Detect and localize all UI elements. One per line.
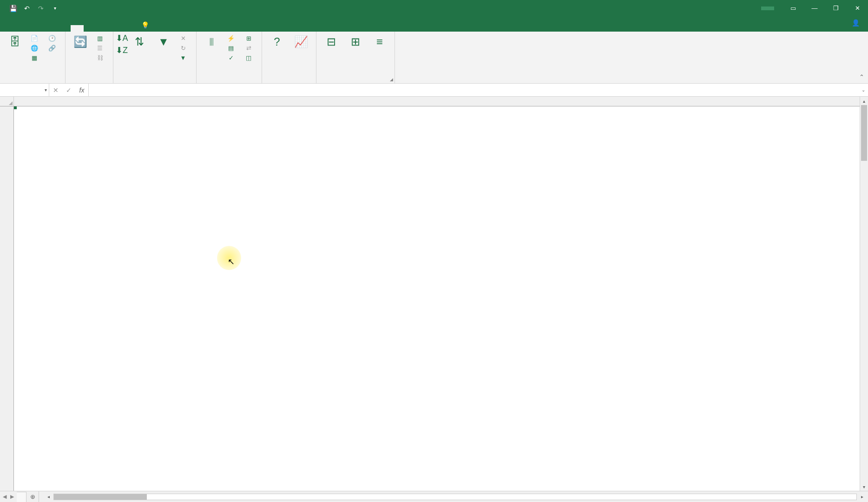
active-cell-marker: [14, 106, 16, 108]
undo-icon[interactable]: ↶: [23, 5, 31, 12]
tab-file[interactable]: [6, 25, 19, 32]
title-bar: 💾 ↶ ↷ ▾ ▭ — ❐ ✕: [0, 0, 868, 16]
ribbon-data: 🗄 📄 🌐 ▦ 🕑 🔗 🔄 ▥ ☰ ⛓: [0, 32, 868, 84]
name-box[interactable]: ▾: [0, 84, 49, 96]
text-to-columns-button[interactable]: ⫴: [200, 33, 223, 51]
clear-icon: ✕: [179, 34, 187, 42]
hscroll-right-icon[interactable]: ▸: [858, 494, 866, 499]
enter-formula-icon[interactable]: ✓: [62, 84, 75, 97]
filter-icon: ▼: [156, 34, 171, 49]
rel-icon: ⇄: [245, 44, 252, 52]
select-all-button[interactable]: [0, 97, 14, 106]
from-csv-button[interactable]: 📄: [28, 33, 44, 43]
close-button[interactable]: ✕: [847, 0, 868, 16]
remove-dup-button[interactable]: ▤: [224, 43, 240, 53]
formula-bar: ▾ ✕ ✓ fx ⌄: [0, 84, 868, 97]
ungroup-icon: ⊞: [348, 34, 363, 49]
sort-desc-button[interactable]: ⬇Z: [117, 46, 126, 55]
window-controls: ▭ — ❐ ✕: [761, 0, 868, 16]
valid-icon: ✓: [227, 54, 235, 61]
existing-conn-button[interactable]: 🔗: [46, 43, 61, 53]
flash-fill-button[interactable]: ⚡: [224, 33, 240, 43]
sheet-next-icon[interactable]: ▶: [10, 494, 14, 500]
whatif-icon: ?: [270, 34, 284, 49]
edit-links-button: ⛓: [93, 53, 109, 62]
ribbon-display-icon[interactable]: ▭: [783, 0, 804, 16]
column-headers: [14, 97, 860, 106]
outline-dialog-launcher[interactable]: ◢: [390, 77, 393, 82]
sort-button[interactable]: ⇅: [128, 33, 151, 51]
tab-insert[interactable]: [32, 25, 45, 32]
scroll-thumb[interactable]: [861, 105, 867, 161]
refresh-all-button[interactable]: 🔄: [69, 33, 92, 51]
flash-icon: ⚡: [227, 34, 235, 42]
redo-icon[interactable]: ↷: [37, 5, 45, 12]
queries-icon: ▥: [96, 34, 104, 42]
scroll-up-icon[interactable]: ▴: [860, 97, 868, 105]
tab-dev[interactable]: [110, 25, 123, 32]
conn-icon: 🔗: [48, 44, 56, 52]
advanced-icon: ▼: [179, 54, 187, 61]
group-label-tools: [200, 80, 258, 83]
columns-icon: ⫴: [204, 34, 219, 49]
queries-button[interactable]: ▥: [93, 33, 109, 43]
collapse-ribbon-icon[interactable]: ⌃: [859, 73, 864, 80]
hscroll-track[interactable]: [53, 494, 857, 500]
subtotal-button[interactable]: ≡: [368, 33, 391, 51]
tab-data[interactable]: [71, 25, 84, 32]
expand-formula-bar-icon[interactable]: ⌄: [859, 87, 868, 92]
cancel-formula-icon[interactable]: ✕: [49, 84, 62, 97]
hscroll-thumb[interactable]: [54, 494, 147, 500]
model-icon: ◫: [245, 54, 252, 61]
tab-formulas[interactable]: [58, 25, 71, 32]
tab-help[interactable]: [123, 25, 136, 32]
group-queries: 🔄 ▥ ☰ ⛓: [66, 32, 113, 83]
share-button[interactable]: 👤: [852, 19, 861, 26]
name-box-dropdown-icon[interactable]: ▾: [45, 87, 47, 92]
cells-area[interactable]: ↖: [14, 106, 860, 491]
whatif-button[interactable]: ?: [266, 33, 288, 51]
tab-review[interactable]: [84, 25, 97, 32]
sheet-nav: ◀ ▶: [0, 491, 17, 502]
data-model-button[interactable]: ◫: [242, 53, 258, 62]
csv-icon: 📄: [31, 34, 38, 42]
ribbon-tabs: 💡 👤: [0, 16, 868, 32]
tab-view[interactable]: [97, 25, 110, 32]
minimize-button[interactable]: —: [804, 0, 825, 16]
qat-dropdown-icon[interactable]: ▾: [51, 5, 59, 12]
ungroup-button[interactable]: ⊞: [344, 33, 367, 51]
advanced-button[interactable]: ▼: [177, 53, 192, 62]
group-label-query: [69, 80, 109, 83]
mouse-cursor-icon: ↖: [228, 257, 235, 267]
consolidate-button[interactable]: ⊞: [242, 33, 258, 43]
maximize-button[interactable]: ❐: [825, 0, 847, 16]
sheet-more[interactable]: [17, 492, 26, 502]
get-data-button[interactable]: 🗄: [4, 33, 26, 51]
quick-access-toolbar: 💾 ↶ ↷ ▾: [0, 5, 59, 12]
horizontal-scrollbar[interactable]: ◂ ▸: [42, 491, 868, 502]
data-validation-button[interactable]: ✓: [224, 53, 240, 62]
save-icon[interactable]: 💾: [9, 5, 17, 12]
group-sort-filter: ⬇A ⬇Z ⇅ ▼ ✕ ↻ ▼: [113, 32, 197, 83]
login-button[interactable]: [761, 7, 774, 10]
web-icon: 🌐: [31, 44, 38, 52]
insert-function-icon[interactable]: fx: [75, 84, 88, 97]
tab-layout[interactable]: [45, 25, 58, 32]
vertical-scrollbar[interactable]: ▴ ▾: [860, 97, 868, 491]
hscroll-left-icon[interactable]: ◂: [44, 494, 53, 499]
forecast-icon: 📈: [294, 34, 309, 49]
forecast-button[interactable]: 📈: [290, 33, 312, 51]
tell-me-search[interactable]: 💡: [136, 19, 158, 32]
group-get-transform: 🗄 📄 🌐 ▦ 🕑 🔗: [0, 32, 66, 83]
sort-asc-button[interactable]: ⬇A: [117, 33, 126, 43]
tab-home[interactable]: [19, 25, 32, 32]
from-table-button[interactable]: ▦: [28, 53, 44, 62]
group-button[interactable]: ⊟: [320, 33, 342, 51]
filter-button[interactable]: ▼: [152, 33, 175, 51]
recent-sources-button[interactable]: 🕑: [46, 33, 61, 43]
add-sheet-button[interactable]: ⊕: [26, 491, 39, 502]
group-label-get: [4, 80, 61, 83]
from-web-button[interactable]: 🌐: [28, 43, 44, 53]
scroll-down-icon[interactable]: ▾: [860, 482, 868, 491]
sheet-prev-icon[interactable]: ◀: [3, 494, 7, 500]
